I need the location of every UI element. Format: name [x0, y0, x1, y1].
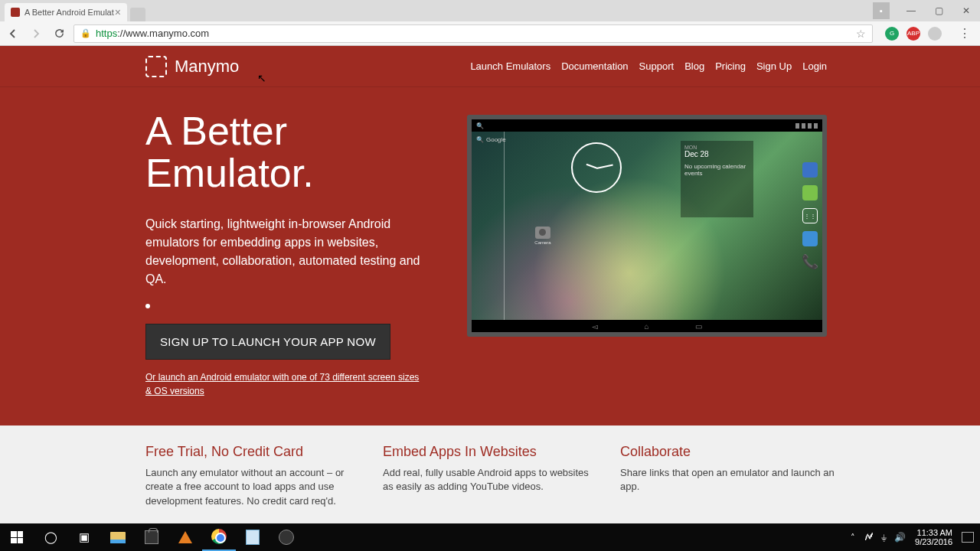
system-tray[interactable]: 🗲 ⏚ 🔊 — [864, 532, 906, 543]
window-close-button[interactable]: ✕ — [952, 2, 980, 19]
address-bar: 🔒 https://www.manymo.com ☆ G ABP ⋮ — [0, 21, 980, 46]
site-header: Manymo Launch Emulators Documentation Su… — [0, 46, 980, 87]
hero-title: A Better Emulator. — [145, 110, 436, 194]
wifi-icon: ⏚ — [881, 532, 887, 543]
nav-documentation[interactable]: Documentation — [561, 60, 628, 72]
chrome-user-icon[interactable]: ▪ — [873, 2, 890, 19]
android-back-icon: ◅ — [592, 322, 598, 331]
notepad-icon[interactable] — [236, 523, 270, 551]
battery-icon: 🗲 — [864, 532, 874, 543]
url-input[interactable]: 🔒 https://www.manymo.com ☆ — [74, 24, 873, 43]
hero-section: A Better Emulator. Quick starting, light… — [0, 87, 980, 425]
emulator-screenshot: 🔍 🔍 Google MON Dec 28 No upcoming calend… — [467, 110, 835, 398]
android-home-screen: 🔍 Google MON Dec 28 No upcoming calendar… — [472, 132, 822, 320]
phone-app-icon: 📞 — [802, 254, 818, 269]
adblock-extension-icon[interactable]: ABP — [906, 27, 920, 41]
gallery-app-icon — [802, 231, 818, 246]
tray-chevron-icon[interactable]: ˄ — [851, 533, 855, 543]
lock-icon: 🔒 — [80, 28, 91, 38]
browser-app-icon — [802, 162, 818, 178]
primary-nav: Launch Emulators Documentation Support B… — [470, 60, 827, 72]
emulator-frame: 🔍 🔍 Google MON Dec 28 No upcoming calend… — [467, 115, 827, 337]
chrome-taskbar-icon[interactable] — [202, 523, 236, 551]
url-host: ://www.manymo.com — [117, 28, 209, 39]
action-center-icon[interactable] — [962, 532, 974, 543]
browser-tab-strip: A Better Android Emulat × ▪ — ▢ ✕ — [0, 0, 980, 21]
apps-drawer-icon: ⋮⋮ — [802, 208, 818, 223]
taskbar-clock[interactable]: 11:33 AM 9/23/2016 — [915, 528, 952, 546]
android-dock: ⋮⋮ 📞 — [802, 162, 818, 269]
nav-sign-up[interactable]: Sign Up — [756, 60, 792, 72]
bullet-icon — [145, 304, 150, 308]
logo-mark-icon — [145, 56, 167, 77]
cortana-search-icon[interactable]: ◯ — [34, 523, 67, 551]
clock-widget-icon — [571, 142, 622, 193]
extension-icon[interactable] — [928, 27, 942, 41]
task-view-icon[interactable]: ▣ — [67, 523, 101, 551]
url-scheme: https — [96, 28, 117, 39]
camera-app-icon: Camera — [533, 227, 553, 245]
window-minimize-button[interactable]: — — [897, 2, 925, 19]
back-button[interactable] — [5, 25, 21, 42]
features-grid: Free Trial, No Credit Card Launch any em… — [0, 425, 980, 523]
android-status-bar: 🔍 — [472, 119, 822, 132]
android-nav-bar: ◅ ⌂ ▭ — [472, 320, 822, 332]
feature-free-trial: Free Trial, No Credit Card Launch any em… — [145, 444, 360, 508]
site-logo[interactable]: Manymo — [145, 56, 239, 77]
feature-embed-apps: Embed Apps In Websites Add real, fully u… — [383, 444, 597, 508]
nav-login[interactable]: Login — [802, 60, 827, 72]
tab-title: A Better Android Emulat — [24, 8, 114, 17]
android-search-widget: 🔍 Google — [476, 136, 506, 143]
bookmark-star-icon[interactable]: ☆ — [856, 28, 866, 40]
browser-tab[interactable]: A Better Android Emulat × — [5, 3, 127, 21]
nav-pricing[interactable]: Pricing — [715, 60, 746, 72]
search-icon: 🔍 — [476, 122, 484, 129]
favicon-icon — [11, 8, 20, 17]
file-explorer-icon[interactable] — [101, 523, 135, 551]
windows-taskbar: ◯ ▣ ˄ 🗲 ⏚ 🔊 11:33 AM 9/23/2016 — [0, 523, 980, 551]
logo-text: Manymo — [175, 57, 239, 77]
android-recents-icon: ▭ — [695, 322, 702, 331]
start-button[interactable] — [0, 523, 34, 551]
window-maximize-button[interactable]: ▢ — [925, 2, 952, 19]
feature-collaborate: Collaborate Share links that open an emu… — [620, 444, 835, 508]
nav-blog[interactable]: Blog — [684, 60, 704, 72]
new-tab-button[interactable] — [130, 8, 145, 21]
store-icon[interactable] — [135, 523, 168, 551]
chrome-menu-button[interactable]: ⋮ — [954, 26, 975, 41]
nav-support[interactable]: Support — [639, 60, 675, 72]
messaging-app-icon — [802, 185, 818, 201]
close-tab-icon[interactable]: × — [115, 6, 121, 18]
signup-cta-button[interactable]: SIGN UP TO LAUNCH YOUR APP NOW — [145, 324, 390, 360]
vlc-icon[interactable] — [168, 523, 202, 551]
android-home-icon: ⌂ — [644, 322, 648, 331]
extension-icon[interactable]: G — [885, 27, 899, 41]
launch-emulator-link[interactable]: Or launch an Android emulator with one o… — [145, 370, 421, 398]
forward-button[interactable] — [28, 25, 44, 42]
reload-button[interactable] — [51, 25, 67, 42]
volume-icon: 🔊 — [894, 532, 906, 543]
nav-launch-emulators[interactable]: Launch Emulators — [470, 60, 550, 72]
calendar-widget: MON Dec 28 No upcoming calendar events — [681, 141, 753, 217]
page-body: Manymo Launch Emulators Documentation Su… — [0, 46, 980, 523]
hero-description: Quick starting, lightweight in-browser A… — [145, 215, 436, 289]
app-icon[interactable] — [270, 523, 303, 551]
